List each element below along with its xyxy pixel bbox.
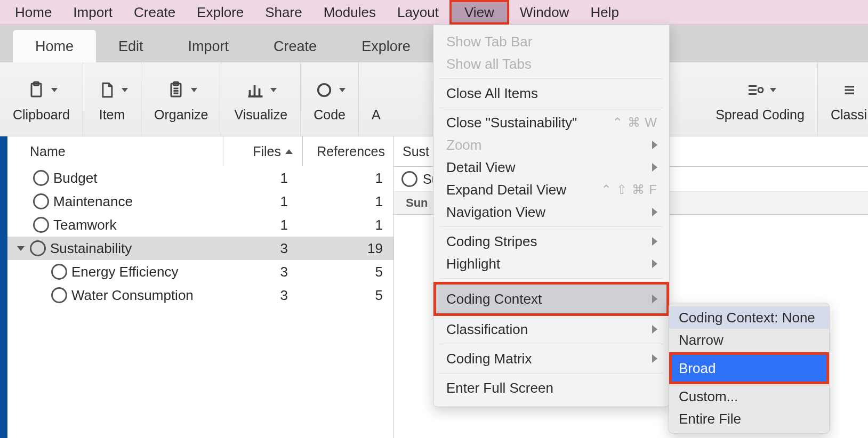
list-item-label: Energy Efficiency bbox=[71, 264, 178, 280]
menu-zoom: Zoom bbox=[433, 134, 669, 156]
ribbon-group-visualize[interactable]: Visualize bbox=[221, 62, 301, 136]
menu-coding-context[interactable]: Coding Context bbox=[433, 282, 669, 316]
menu-view[interactable]: View bbox=[449, 0, 509, 25]
menu-explore[interactable]: Explore bbox=[186, 0, 254, 25]
clipboard-icon bbox=[26, 79, 47, 101]
menu-detail-view[interactable]: Detail View bbox=[433, 156, 669, 179]
menu-separator bbox=[440, 78, 663, 79]
code-node-icon bbox=[51, 264, 67, 280]
refs-count: 5 bbox=[301, 264, 393, 280]
spread-coding-icon bbox=[744, 79, 766, 101]
list-item[interactable]: Energy Efficiency 3 5 bbox=[7, 260, 393, 283]
list-item-label: Teamwork bbox=[53, 217, 116, 233]
submenu-context-none[interactable]: Coding Context: None bbox=[669, 306, 829, 329]
ribbon-tab-explore[interactable]: Explore bbox=[339, 30, 433, 62]
menu-home[interactable]: Home bbox=[4, 0, 62, 25]
files-count: 3 bbox=[219, 264, 301, 280]
menu-highlight[interactable]: Highlight bbox=[433, 253, 669, 275]
code-node-icon bbox=[30, 240, 46, 256]
menu-close-sustainability[interactable]: Close "Sustainability" ⌃ ⌘ W bbox=[433, 111, 669, 134]
menu-window[interactable]: Window bbox=[509, 0, 580, 25]
ribbon-group-clipboard[interactable]: Clipboard bbox=[0, 62, 83, 136]
files-count: 3 bbox=[219, 287, 301, 304]
ribbon-group-label: Code bbox=[314, 108, 345, 123]
ribbon-tab-import[interactable]: Import bbox=[166, 30, 252, 62]
menu-show-tab-bar: Show Tab Bar bbox=[433, 30, 669, 53]
ribbon-group-organize[interactable]: Organize bbox=[141, 62, 221, 136]
chevron-right-icon bbox=[652, 295, 657, 303]
menu-modules[interactable]: Modules bbox=[313, 0, 387, 25]
menu-coding-stripes[interactable]: Coding Stripes bbox=[433, 230, 669, 253]
menu-classification[interactable]: Classification bbox=[433, 318, 669, 340]
view-dropdown-menu: Show Tab Bar Show all Tabs Close All Ite… bbox=[433, 25, 670, 407]
menu-help[interactable]: Help bbox=[580, 0, 629, 25]
chevron-right-icon bbox=[652, 141, 657, 149]
dropdown-caret-icon bbox=[770, 88, 776, 92]
nav-sidebar-edge[interactable] bbox=[0, 136, 7, 438]
list-icon bbox=[838, 79, 859, 101]
refs-count: 5 bbox=[301, 287, 393, 304]
clipboard-list-icon bbox=[165, 79, 187, 101]
dropdown-caret-icon bbox=[270, 88, 277, 92]
ribbon-group-classi[interactable]: Classi bbox=[818, 62, 868, 136]
list-item[interactable]: Teamwork 1 1 bbox=[7, 213, 393, 237]
menu-show-all-tabs: Show all Tabs bbox=[433, 53, 669, 75]
menu-enter-full-screen[interactable]: Enter Full Screen bbox=[433, 377, 669, 399]
code-node-icon bbox=[33, 193, 49, 209]
menu-share[interactable]: Share bbox=[254, 0, 312, 25]
menu-layout[interactable]: Layout bbox=[387, 0, 449, 25]
list-item-label: Maintenance bbox=[53, 193, 133, 210]
ribbon-tab-home[interactable]: Home bbox=[13, 30, 96, 62]
submenu-context-custom[interactable]: Custom... bbox=[669, 385, 829, 408]
svg-point-11 bbox=[318, 84, 331, 96]
dropdown-caret-icon bbox=[339, 88, 345, 92]
menu-expand-detail-view[interactable]: Expand Detail View ⌃ ⇧ ⌘ F bbox=[433, 179, 669, 201]
ribbon-tab-edit[interactable]: Edit bbox=[96, 30, 166, 62]
list-item[interactable]: Budget 1 1 bbox=[7, 166, 393, 190]
menu-navigation-view[interactable]: Navigation View bbox=[433, 201, 669, 223]
keyboard-shortcut: ⌃ ⇧ ⌘ F bbox=[601, 182, 657, 197]
dropdown-caret-icon bbox=[51, 88, 58, 92]
submenu-context-entire-file[interactable]: Entire File bbox=[669, 408, 829, 430]
list-header: Name Files References bbox=[7, 136, 393, 166]
ribbon-group-spread-coding[interactable]: Spread Coding bbox=[703, 62, 818, 136]
ribbon-group-label: Organize bbox=[154, 108, 208, 123]
ribbon-group-label: A bbox=[372, 108, 381, 123]
ribbon-tab-create[interactable]: Create bbox=[251, 30, 339, 62]
ribbon-group-label: Visualize bbox=[234, 108, 287, 123]
list-item[interactable]: Maintenance 1 1 bbox=[7, 190, 393, 213]
document-icon bbox=[96, 79, 117, 101]
column-files[interactable]: Files bbox=[223, 136, 303, 166]
ribbon-group-cutoff: A bbox=[359, 62, 393, 136]
list-item-selected[interactable]: Sustainability 3 19 bbox=[7, 237, 393, 260]
menu-close-all-items[interactable]: Close All Items bbox=[433, 82, 669, 104]
ribbon-group-label: Clipboard bbox=[13, 108, 70, 123]
column-name[interactable]: Name bbox=[7, 136, 223, 166]
svg-point-15 bbox=[758, 88, 763, 93]
list-item-label: Water Consumption bbox=[71, 287, 194, 304]
menu-separator bbox=[440, 344, 663, 344]
column-references[interactable]: References bbox=[303, 136, 393, 166]
menu-create[interactable]: Create bbox=[123, 0, 186, 25]
system-menubar: Home Import Create Explore Share Modules… bbox=[0, 0, 868, 25]
list-item[interactable]: Water Consumption 3 5 bbox=[7, 283, 393, 307]
code-node-icon bbox=[401, 171, 417, 187]
menu-coding-matrix[interactable]: Coding Matrix bbox=[433, 347, 669, 370]
list-item-label: Budget bbox=[53, 170, 97, 186]
list-item-label: Sustainability bbox=[50, 240, 132, 257]
ribbon-group-label: Item bbox=[99, 108, 125, 123]
ribbon-group-code[interactable]: Code bbox=[301, 62, 359, 136]
chevron-down-icon[interactable] bbox=[17, 246, 25, 251]
submenu-context-broad[interactable]: Broad bbox=[669, 352, 829, 384]
ribbon-group-item[interactable]: Item bbox=[83, 62, 141, 136]
refs-count: 1 bbox=[301, 170, 393, 186]
code-node-icon bbox=[33, 170, 49, 186]
files-count: 3 bbox=[219, 240, 301, 257]
dropdown-caret-icon bbox=[191, 88, 197, 92]
chevron-right-icon bbox=[652, 354, 657, 363]
submenu-context-narrow[interactable]: Narrow bbox=[669, 329, 829, 351]
menu-separator bbox=[440, 108, 663, 108]
menu-separator bbox=[440, 373, 663, 374]
coding-context-submenu: Coding Context: None Narrow Broad Custom… bbox=[669, 303, 830, 434]
menu-import[interactable]: Import bbox=[62, 0, 123, 25]
